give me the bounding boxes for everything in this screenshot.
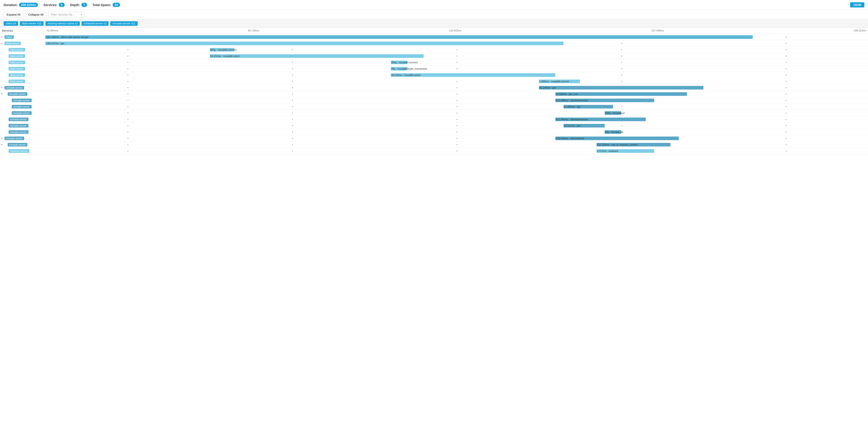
expand-all-button[interactable]: Expand All [4, 12, 23, 18]
collapse-row-button[interactable]: − [1, 136, 3, 140]
span-bar[interactable]: 11.492ms : get [563, 105, 613, 109]
span-area: 40.910ms : mysqldb:select [45, 72, 868, 78]
trace-row[interactable]: tchannel-server9.712ms : endpoint [0, 148, 868, 154]
timeline-dot [457, 56, 458, 57]
trace-row[interactable]: tornado-server11.492ms : get [0, 103, 868, 110]
trace-row[interactable]: tornado-server85μ : tornado-x3 [0, 129, 868, 135]
timeline-header: Services 41.864ms83.729ms125.593ms167.45… [0, 28, 868, 34]
span-area: 105μ : tornado-x2 [45, 110, 868, 116]
trace-row[interactable]: −tornado-server012.153ms : call_in_reque… [0, 142, 868, 148]
service-label-cell: flask-server [0, 61, 45, 64]
span-label: 10.511ms : get [564, 124, 581, 127]
span-label: 105μ : tornado-x2 [605, 112, 625, 114]
span-bar[interactable]: ·181.126ms : client-calls-server-via-get [45, 35, 753, 39]
service-label-cell: tornado-server [0, 124, 45, 127]
span-area: 011.494ms : call-downstream [45, 116, 868, 122]
timeline-dot [621, 62, 622, 63]
collapse-row-button[interactable]: − [1, 86, 3, 89]
timeline-dot [127, 144, 128, 145]
trace-row[interactable]: flask-server40.910ms : mysqldb:select [0, 72, 868, 78]
trace-row[interactable]: flask-server46μ : mysqldb:begin_transact… [0, 66, 868, 72]
span-bar[interactable]: 32.659ms : get_root [555, 92, 687, 96]
span-label: 46μ : mysqldb:begin_transaction [391, 67, 427, 70]
service-tag-4[interactable]: tornado-server x11 [110, 21, 138, 26]
span-bar[interactable]: 012.153ms : call_in_request_context [596, 143, 671, 147]
trace-row[interactable]: tornado-server10.511ms : get [0, 123, 868, 129]
trace-row[interactable]: −flask-server·180.527ms : get [0, 40, 868, 47]
timeline-dot [127, 113, 128, 114]
collapse-row-button[interactable]: − [1, 143, 3, 146]
trace-row[interactable]: −tornado-server029.816ms : call-tchannel [0, 135, 868, 142]
span-area: 605μ : mysqldb:connect [45, 47, 868, 53]
trace-row[interactable]: −client·181.126ms : client-calls-server-… [0, 34, 868, 40]
timeline-dot [457, 131, 458, 132]
service-tag-0[interactable]: client x4 [4, 21, 18, 26]
service-tag-2[interactable]: missing-service-name x2 [45, 21, 80, 26]
span-bar[interactable]: ·180.527ms : get [45, 41, 563, 45]
json-button[interactable]: JSON [850, 2, 864, 7]
service-label-cell: −tornado-server [0, 86, 45, 90]
trace-row[interactable]: flask-server54.152ms : mysqldb:select [0, 53, 868, 59]
span-bar[interactable]: 105μ : tornado-x2 [604, 111, 621, 115]
timeline-dot [786, 131, 786, 132]
service-name-tag: tornado-server [4, 86, 24, 90]
service-name-tag: flask-server [8, 61, 25, 64]
span-label: 029.816ms : call-tchannel [556, 137, 584, 140]
span-bar[interactable]: 46μ : mysqldb:begin_transaction [391, 67, 407, 70]
collapse-row-button[interactable]: − [1, 92, 3, 96]
service-tag-1[interactable]: flask-server x10 [20, 21, 43, 26]
span-label: 9.712ms : endpoint [597, 150, 618, 152]
span-bar[interactable]: 1.000ms : mysqldb:commit [539, 80, 580, 83]
service-label-cell: −flask-server [0, 41, 45, 45]
timeline-dot [786, 119, 786, 120]
span-bar[interactable]: 41.194ms : get [539, 86, 704, 90]
timeline-dot [292, 106, 293, 107]
timeline-mark-0: 41.864ms [47, 29, 58, 32]
timeline-dot [786, 100, 786, 101]
collapse-row-button[interactable]: − [1, 35, 3, 39]
span-bar[interactable]: 605μ : mysqldb:connect [210, 48, 235, 52]
service-name-tag: tchannel-server [8, 149, 29, 153]
timeline-dot [292, 62, 293, 63]
trace-row[interactable]: −tornado-server32.659ms : get_root [0, 91, 868, 97]
span-bar[interactable]: 54.152ms : mysqldb:select [210, 54, 424, 58]
timeline-mark-3: 167.458ms [651, 29, 664, 32]
span-bar[interactable]: 029.816ms : call-tchannel [555, 136, 679, 140]
duration-badge: 209.323ms [19, 3, 38, 7]
service-label-cell: flask-server [0, 73, 45, 77]
trace-row[interactable]: tornado-server105μ : tornado-x2 [0, 110, 868, 116]
total-spans-stat: Total Spans: 24 [92, 3, 120, 7]
timeline-dot [457, 138, 458, 139]
span-bar[interactable]: 012.489ms : call-downstream [555, 98, 654, 102]
span-bar[interactable]: 10.511ms : get [563, 124, 604, 127]
span-bar[interactable]: 394μ : mysqldb:connect [391, 61, 407, 64]
trace-row[interactable]: flask-server605μ : mysqldb:connect [0, 47, 868, 53]
trace-row[interactable]: flask-server1.000ms : mysqldb:commit [0, 78, 868, 85]
trace-row[interactable]: flask-server394μ : mysqldb:connect [0, 59, 868, 66]
timeline-dot [621, 56, 622, 57]
trace-row[interactable]: −tornado-server41.194ms : get [0, 85, 868, 91]
span-bar[interactable]: 40.910ms : mysqldb:select [391, 73, 555, 77]
filter-service-select[interactable]: Filter Service Se... [48, 12, 84, 18]
span-area: 012.489ms : call-downstream [45, 97, 868, 103]
timeline-dot [786, 62, 786, 63]
service-name-tag: flask-server [8, 48, 25, 52]
service-label-cell: flask-server [0, 48, 45, 52]
trace-row[interactable]: tornado-server012.489ms : call-downstrea… [0, 97, 868, 103]
span-bar[interactable]: 85μ : tornado-x3 [604, 130, 621, 134]
timeline-dot [292, 68, 293, 69]
span-area: 10.511ms : get [45, 123, 868, 129]
timeline-dot [292, 125, 293, 126]
duration-label: Duration: [4, 3, 18, 7]
timeline-dot [786, 125, 786, 126]
trace-row[interactable]: tornado-server011.494ms : call-downstrea… [0, 116, 868, 123]
span-bar[interactable]: 011.494ms : call-downstream [555, 118, 646, 121]
span-bar[interactable]: 9.712ms : endpoint [596, 149, 654, 153]
span-area: 46μ : mysqldb:begin_transaction [45, 66, 868, 72]
services-badge: 5 [59, 3, 64, 7]
timeline-dot [457, 119, 458, 120]
collapse-all-button[interactable]: Collapse All [25, 12, 46, 18]
service-tag-3[interactable]: tchannel-server x2 [82, 21, 108, 26]
service-label-cell: tornado-server [0, 105, 45, 109]
collapse-row-button[interactable]: − [1, 41, 3, 45]
